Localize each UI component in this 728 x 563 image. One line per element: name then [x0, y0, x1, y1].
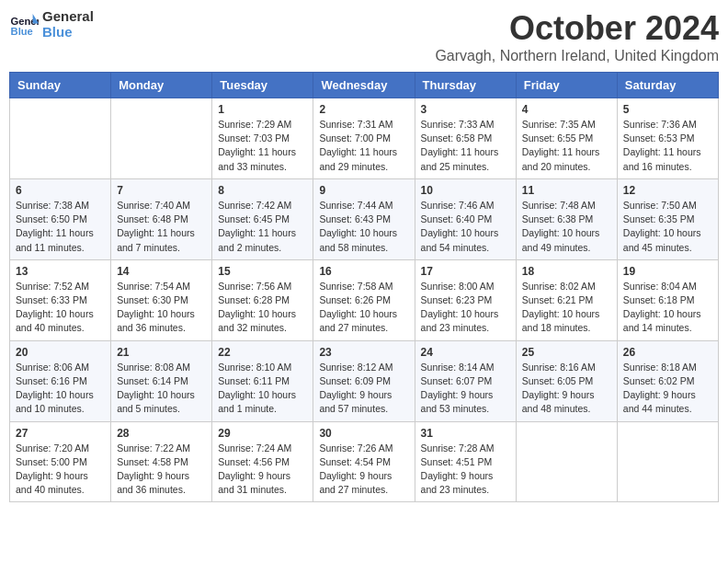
- calendar-cell: 22Sunrise: 8:10 AMSunset: 6:11 PMDayligh…: [212, 340, 313, 421]
- day-info: Sunrise: 7:42 AMSunset: 6:45 PMDaylight:…: [218, 199, 307, 255]
- calendar-cell: 7Sunrise: 7:40 AMSunset: 6:48 PMDaylight…: [111, 178, 212, 259]
- day-info: Sunrise: 8:04 AMSunset: 6:18 PMDaylight:…: [623, 280, 712, 336]
- day-info: Sunrise: 7:28 AMSunset: 4:51 PMDaylight:…: [421, 442, 510, 498]
- day-info: Sunrise: 8:14 AMSunset: 6:07 PMDaylight:…: [421, 361, 510, 417]
- calendar-cell: 25Sunrise: 8:16 AMSunset: 6:05 PMDayligh…: [516, 340, 617, 421]
- day-info: Sunrise: 8:16 AMSunset: 6:05 PMDaylight:…: [522, 361, 611, 417]
- day-number: 16: [319, 265, 408, 278]
- day-info: Sunrise: 7:31 AMSunset: 7:00 PMDaylight:…: [319, 118, 408, 174]
- day-number: 20: [16, 346, 105, 359]
- calendar-week-row: 13Sunrise: 7:52 AMSunset: 6:33 PMDayligh…: [10, 259, 719, 340]
- day-number: 21: [117, 346, 206, 359]
- day-number: 24: [421, 346, 510, 359]
- day-number: 9: [319, 184, 408, 197]
- calendar-cell: [516, 421, 617, 502]
- day-info: Sunrise: 8:10 AMSunset: 6:11 PMDaylight:…: [218, 361, 307, 417]
- calendar-cell: 5Sunrise: 7:36 AMSunset: 6:53 PMDaylight…: [617, 98, 718, 179]
- calendar-cell: 31Sunrise: 7:28 AMSunset: 4:51 PMDayligh…: [415, 421, 516, 502]
- calendar-cell: [617, 421, 718, 502]
- day-info: Sunrise: 7:36 AMSunset: 6:53 PMDaylight:…: [623, 118, 712, 174]
- day-info: Sunrise: 7:54 AMSunset: 6:30 PMDaylight:…: [117, 280, 206, 336]
- day-info: Sunrise: 7:58 AMSunset: 6:26 PMDaylight:…: [319, 280, 408, 336]
- calendar-cell: 1Sunrise: 7:29 AMSunset: 7:03 PMDaylight…: [212, 98, 313, 179]
- day-header-sunday: Sunday: [10, 73, 111, 98]
- calendar-header-row: SundayMondayTuesdayWednesdayThursdayFrid…: [10, 73, 719, 98]
- calendar-cell: 21Sunrise: 8:08 AMSunset: 6:14 PMDayligh…: [111, 340, 212, 421]
- day-number: 17: [421, 265, 510, 278]
- calendar-cell: 2Sunrise: 7:31 AMSunset: 7:00 PMDaylight…: [313, 98, 415, 179]
- logo-icon: General Blue: [9, 10, 39, 40]
- calendar-cell: 10Sunrise: 7:46 AMSunset: 6:40 PMDayligh…: [415, 178, 516, 259]
- calendar-cell: 18Sunrise: 8:02 AMSunset: 6:21 PMDayligh…: [516, 259, 617, 340]
- day-info: Sunrise: 8:18 AMSunset: 6:02 PMDaylight:…: [623, 361, 712, 417]
- calendar-cell: 20Sunrise: 8:06 AMSunset: 6:16 PMDayligh…: [10, 340, 111, 421]
- day-number: 28: [117, 427, 206, 440]
- calendar-cell: 12Sunrise: 7:50 AMSunset: 6:35 PMDayligh…: [617, 178, 718, 259]
- calendar-cell: 27Sunrise: 7:20 AMSunset: 5:00 PMDayligh…: [10, 421, 111, 502]
- day-info: Sunrise: 7:20 AMSunset: 5:00 PMDaylight:…: [16, 442, 105, 498]
- day-info: Sunrise: 7:56 AMSunset: 6:28 PMDaylight:…: [218, 280, 307, 336]
- calendar-cell: 15Sunrise: 7:56 AMSunset: 6:28 PMDayligh…: [212, 259, 313, 340]
- calendar-cell: 11Sunrise: 7:48 AMSunset: 6:38 PMDayligh…: [516, 178, 617, 259]
- day-header-friday: Friday: [516, 73, 617, 98]
- day-number: 13: [16, 265, 105, 278]
- day-info: Sunrise: 7:40 AMSunset: 6:48 PMDaylight:…: [117, 199, 206, 255]
- day-info: Sunrise: 7:26 AMSunset: 4:54 PMDaylight:…: [319, 442, 408, 498]
- day-number: 14: [117, 265, 206, 278]
- day-number: 22: [218, 346, 307, 359]
- day-info: Sunrise: 8:02 AMSunset: 6:21 PMDaylight:…: [522, 280, 611, 336]
- day-number: 25: [522, 346, 611, 359]
- calendar-cell: 6Sunrise: 7:38 AMSunset: 6:50 PMDaylight…: [10, 178, 111, 259]
- day-number: 18: [522, 265, 611, 278]
- day-header-thursday: Thursday: [415, 73, 516, 98]
- day-number: 26: [623, 346, 712, 359]
- calendar-table: SundayMondayTuesdayWednesdayThursdayFrid…: [9, 72, 719, 502]
- day-info: Sunrise: 7:48 AMSunset: 6:38 PMDaylight:…: [522, 199, 611, 255]
- calendar-cell: 13Sunrise: 7:52 AMSunset: 6:33 PMDayligh…: [10, 259, 111, 340]
- calendar-cell: 23Sunrise: 8:12 AMSunset: 6:09 PMDayligh…: [313, 340, 415, 421]
- day-number: 4: [522, 103, 611, 116]
- day-number: 6: [16, 184, 105, 197]
- calendar-cell: 3Sunrise: 7:33 AMSunset: 6:58 PMDaylight…: [415, 98, 516, 179]
- day-number: 5: [623, 103, 712, 116]
- calendar-cell: 16Sunrise: 7:58 AMSunset: 6:26 PMDayligh…: [313, 259, 415, 340]
- day-header-saturday: Saturday: [617, 73, 718, 98]
- calendar-week-row: 27Sunrise: 7:20 AMSunset: 5:00 PMDayligh…: [10, 421, 719, 502]
- day-info: Sunrise: 7:50 AMSunset: 6:35 PMDaylight:…: [623, 199, 712, 255]
- day-number: 19: [623, 265, 712, 278]
- day-info: Sunrise: 7:29 AMSunset: 7:03 PMDaylight:…: [218, 118, 307, 174]
- calendar-cell: 17Sunrise: 8:00 AMSunset: 6:23 PMDayligh…: [415, 259, 516, 340]
- day-info: Sunrise: 7:46 AMSunset: 6:40 PMDaylight:…: [421, 199, 510, 255]
- day-header-monday: Monday: [111, 73, 212, 98]
- day-number: 31: [421, 427, 510, 440]
- location-title: Garvagh, Northern Ireland, United Kingdo…: [435, 48, 719, 64]
- calendar-cell: 9Sunrise: 7:44 AMSunset: 6:43 PMDaylight…: [313, 178, 415, 259]
- day-number: 23: [319, 346, 408, 359]
- calendar-cell: 28Sunrise: 7:22 AMSunset: 4:58 PMDayligh…: [111, 421, 212, 502]
- calendar-cell: 4Sunrise: 7:35 AMSunset: 6:55 PMDaylight…: [516, 98, 617, 179]
- calendar-week-row: 6Sunrise: 7:38 AMSunset: 6:50 PMDaylight…: [10, 178, 719, 259]
- day-header-tuesday: Tuesday: [212, 73, 313, 98]
- calendar-cell: 19Sunrise: 8:04 AMSunset: 6:18 PMDayligh…: [617, 259, 718, 340]
- day-number: 2: [319, 103, 408, 116]
- day-number: 12: [623, 184, 712, 197]
- day-number: 3: [421, 103, 510, 116]
- page-header: General Blue General Blue October 2024 G…: [9, 9, 719, 64]
- day-info: Sunrise: 7:35 AMSunset: 6:55 PMDaylight:…: [522, 118, 611, 174]
- day-number: 27: [16, 427, 105, 440]
- day-number: 8: [218, 184, 307, 197]
- calendar-cell: 26Sunrise: 8:18 AMSunset: 6:02 PMDayligh…: [617, 340, 718, 421]
- day-info: Sunrise: 7:24 AMSunset: 4:56 PMDaylight:…: [218, 442, 307, 498]
- calendar-cell: [111, 98, 212, 179]
- day-info: Sunrise: 8:12 AMSunset: 6:09 PMDaylight:…: [319, 361, 408, 417]
- calendar-cell: 24Sunrise: 8:14 AMSunset: 6:07 PMDayligh…: [415, 340, 516, 421]
- day-info: Sunrise: 7:52 AMSunset: 6:33 PMDaylight:…: [16, 280, 105, 336]
- day-number: 7: [117, 184, 206, 197]
- day-number: 30: [319, 427, 408, 440]
- day-number: 11: [522, 184, 611, 197]
- day-number: 15: [218, 265, 307, 278]
- month-title: October 2024: [435, 9, 719, 48]
- day-header-wednesday: Wednesday: [313, 73, 415, 98]
- title-section: October 2024 Garvagh, Northern Ireland, …: [435, 9, 719, 64]
- svg-text:Blue: Blue: [11, 26, 33, 37]
